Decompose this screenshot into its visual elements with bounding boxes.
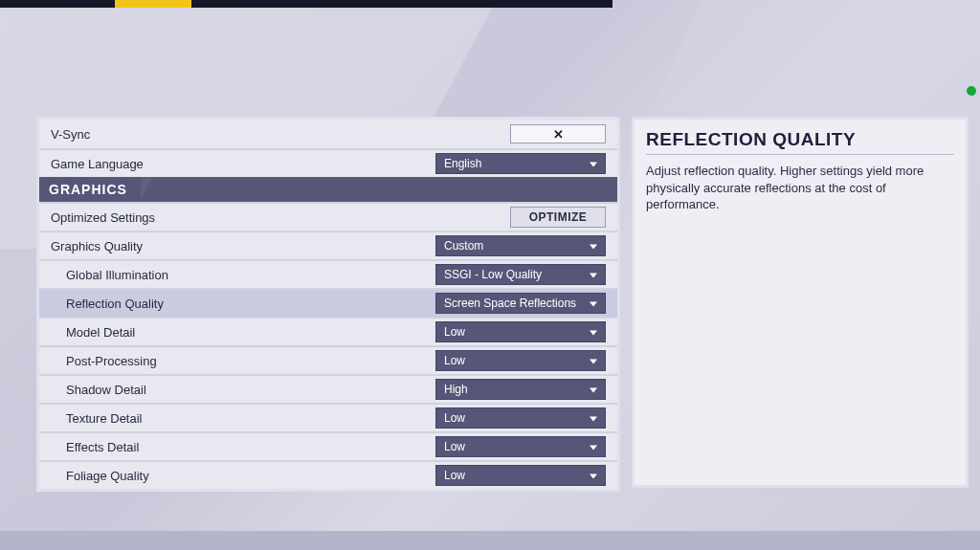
setting-row-foliage-quality: Foliage QualityLow	[39, 460, 617, 489]
setting-row-reflection-quality: Reflection QualityScreen Space Reflectio…	[39, 288, 617, 317]
setting-row-model-detail: Model DetailLow	[39, 317, 617, 345]
setting-row-texture-detail: Texture DetailLow	[39, 403, 617, 431]
setting-label: Shadow Detail	[66, 383, 435, 397]
setting-row-language: Game Language English	[39, 148, 617, 177]
setting-dropdown[interactable]: Low	[435, 321, 606, 342]
setting-dropdown[interactable]: Screen Space Reflections	[435, 293, 606, 314]
setting-value: Low	[444, 411, 465, 425]
graphics-quality-label: Graphics Quality	[51, 239, 435, 253]
setting-label: Post-Processing	[66, 354, 435, 368]
setting-label: Global Illumination	[66, 268, 435, 282]
setting-value: High	[444, 383, 468, 396]
chevron-down-icon	[590, 163, 597, 167]
section-header-graphics: GRAPHICS	[39, 177, 617, 202]
setting-row-optimized: Optimized Settings OPTIMIZE	[39, 202, 617, 231]
setting-value: Low	[444, 354, 465, 367]
x-icon: ✕	[553, 127, 564, 142]
setting-row-graphics-quality: Graphics Quality Custom	[39, 231, 617, 259]
setting-label: Model Detail	[66, 325, 435, 340]
chevron-down-icon	[590, 417, 597, 422]
graphics-quality-value: Custom	[444, 239, 483, 253]
setting-dropdown[interactable]: Low	[435, 436, 606, 457]
setting-label: Reflection Quality	[66, 297, 435, 311]
setting-row-vsync: V-Sync ✕	[39, 120, 617, 148]
optimized-label: Optimized Settings	[51, 210, 510, 225]
language-label: Game Language	[51, 157, 435, 171]
chevron-down-icon	[590, 245, 597, 250]
setting-value: Screen Space Reflections	[444, 297, 576, 310]
chevron-down-icon	[590, 274, 597, 278]
setting-label: Texture Detail	[66, 411, 435, 426]
setting-dropdown[interactable]: High	[435, 379, 606, 400]
setting-dropdown[interactable]: Low	[435, 350, 606, 371]
setting-row-post-processing: Post-ProcessingLow	[39, 345, 617, 374]
setting-dropdown[interactable]: SSGI - Low Quality	[435, 264, 606, 285]
vsync-checkbox[interactable]: ✕	[510, 124, 606, 143]
chevron-down-icon	[590, 388, 597, 393]
setting-row-effects-detail: Effects DetailLow	[39, 431, 617, 460]
info-description: Adjust reflection quality. Higher settin…	[646, 163, 954, 213]
setting-value: Low	[444, 325, 465, 339]
vsync-label: V-Sync	[51, 127, 510, 142]
language-value: English	[444, 157, 481, 170]
setting-label: Effects Detail	[66, 440, 435, 454]
chevron-down-icon	[590, 331, 597, 336]
chevron-down-icon	[590, 474, 597, 479]
info-title: REFLECTION QUALITY	[646, 129, 954, 155]
optimize-button[interactable]: OPTIMIZE	[510, 207, 606, 228]
setting-dropdown[interactable]: Low	[435, 465, 606, 486]
section-title: GRAPHICS	[39, 177, 141, 202]
setting-label: Foliage Quality	[66, 469, 435, 483]
setting-value: Low	[444, 440, 465, 453]
chevron-down-icon	[590, 302, 597, 307]
setting-dropdown[interactable]: Low	[435, 407, 606, 429]
chevron-down-icon	[590, 446, 597, 451]
setting-row-shadow-detail: Shadow DetailHigh	[39, 374, 617, 403]
settings-panel: V-Sync ✕ Game Language English GRAPHICS …	[36, 117, 620, 492]
description-panel: REFLECTION QUALITY Adjust reflection qua…	[632, 117, 969, 488]
graphics-quality-dropdown[interactable]: Custom	[435, 235, 606, 256]
chevron-down-icon	[590, 360, 597, 364]
setting-row-global-illumination: Global IlluminationSSGI - Low Quality	[39, 259, 617, 288]
language-dropdown[interactable]: English	[435, 153, 606, 174]
status-indicator-icon	[967, 86, 976, 96]
setting-value: Low	[444, 469, 465, 482]
setting-value: SSGI - Low Quality	[444, 268, 542, 281]
